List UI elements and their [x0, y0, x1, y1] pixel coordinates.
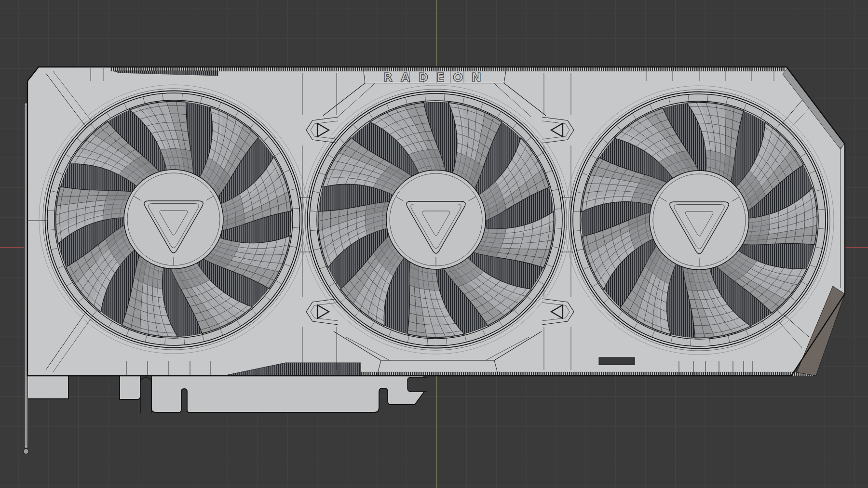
fan-hub — [650, 171, 749, 270]
radeon-logo-text: RADEON — [383, 70, 490, 84]
shroud-slot — [599, 357, 635, 365]
fan-hub — [124, 170, 223, 269]
viewport-canvas[interactable]: RADEON — [0, 0, 868, 488]
bracket-knob — [24, 449, 29, 454]
fan-hub — [386, 170, 486, 269]
3d-viewport[interactable]: RADEON — [0, 0, 868, 488]
